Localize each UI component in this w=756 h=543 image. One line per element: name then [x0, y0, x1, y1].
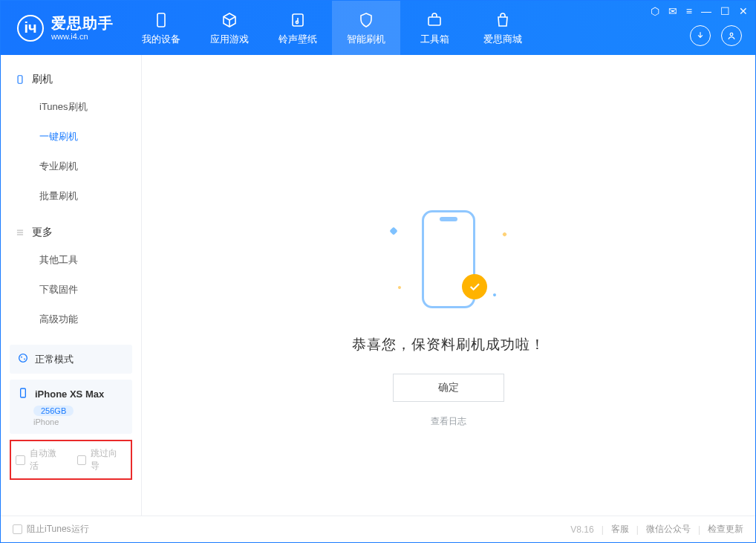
body: 刷机 iTunes刷机 一键刷机 专业刷机 批量刷机 更多 其他工具 下载固件 …	[1, 55, 755, 516]
maximize-button[interactable]: ☐	[720, 5, 730, 17]
logo: iч 爱思助手 www.i4.cn	[1, 1, 127, 55]
music-icon	[288, 10, 307, 30]
tab-store[interactable]: 爱思商城	[469, 1, 537, 55]
device-type: iPhone	[33, 417, 125, 426]
minimize-button[interactable]: ―	[701, 5, 711, 17]
link-check-update[interactable]: 检查更新	[708, 523, 743, 536]
app-name: 爱思助手	[51, 15, 114, 32]
titlebar: iч 爱思助手 www.i4.cn 我的设备 应用游戏 铃声壁纸 智能刷机	[1, 1, 755, 55]
checkbox-box	[77, 455, 87, 465]
mode-text: 正常模式	[35, 353, 74, 366]
app-url: www.i4.cn	[51, 32, 114, 42]
tab-label: 铃声壁纸	[278, 33, 317, 46]
checkbox-auto-activate[interactable]: 自动激活	[16, 447, 65, 472]
tab-label: 我的设备	[142, 33, 180, 46]
device-cards: 正常模式 iPhone XS Max 256GB iPhone	[10, 345, 132, 434]
tab-toolbox[interactable]: 工具箱	[400, 1, 469, 55]
mode-icon	[17, 352, 29, 366]
feedback-icon[interactable]: ✉	[668, 5, 677, 17]
checkbox-label: 跳过向导	[91, 447, 126, 472]
nav-item-download-firmware[interactable]: 下载固件	[1, 275, 141, 305]
svg-point-2	[296, 21, 298, 23]
tab-label: 智能刷机	[347, 33, 385, 46]
link-support[interactable]: 客服	[611, 523, 629, 536]
toolbox-icon	[425, 10, 444, 30]
bag-icon	[493, 10, 512, 30]
tab-my-device[interactable]: 我的设备	[127, 1, 195, 55]
mode-card[interactable]: 正常模式	[10, 345, 132, 374]
window-controls: ⬡ ✉ ≡ ― ☐ ✕	[651, 5, 748, 17]
menu-icon[interactable]: ≡	[686, 5, 692, 17]
logo-icon: iч	[17, 15, 44, 42]
tshirt-icon[interactable]: ⬡	[651, 5, 659, 17]
tab-label: 爱思商城	[483, 33, 522, 46]
cube-icon	[220, 10, 239, 30]
svg-point-4	[730, 33, 733, 36]
section-title: 刷机	[32, 73, 53, 86]
device-name: iPhone XS Max	[35, 388, 104, 400]
titlebar-actions	[690, 25, 742, 46]
tab-label: 工具箱	[420, 33, 449, 46]
check-badge-icon	[462, 274, 487, 299]
phone-icon	[151, 10, 171, 30]
ok-button[interactable]: 确定	[393, 374, 504, 402]
nav-item-other-tools[interactable]: 其他工具	[1, 245, 141, 275]
nav-item-advanced[interactable]: 高级功能	[1, 305, 141, 334]
svg-rect-3	[428, 17, 440, 25]
section-title: 更多	[32, 226, 53, 239]
success-illustration	[367, 200, 530, 319]
result-panel: 恭喜您，保资料刷机成功啦！ 确定 查看日志	[352, 200, 545, 428]
nav-item-one-click-flash[interactable]: 一键刷机	[1, 122, 141, 152]
nav-section-more: 更多	[1, 220, 141, 245]
checkbox-box	[16, 455, 25, 465]
tab-apps-games[interactable]: 应用游戏	[195, 1, 264, 55]
svg-rect-5	[18, 76, 22, 84]
nav-section-flash: 刷机	[1, 67, 141, 92]
shield-icon	[356, 10, 376, 30]
tab-smart-flash[interactable]: 智能刷机	[332, 1, 400, 55]
download-button[interactable]	[690, 25, 711, 46]
checkbox-skip-wizard[interactable]: 跳过向导	[77, 447, 127, 472]
sidebar-nav: 刷机 iTunes刷机 一键刷机 专业刷机 批量刷机 更多 其他工具 下载固件 …	[1, 55, 141, 334]
svg-rect-0	[157, 13, 165, 27]
device-capacity: 256GB	[33, 406, 74, 416]
nav-item-itunes-flash[interactable]: iTunes刷机	[1, 92, 141, 122]
statusbar: 阻止iTunes运行 V8.16 | 客服 | 微信公众号 | 检查更新	[1, 516, 755, 542]
list-icon	[14, 227, 26, 238]
checkbox-block-itunes[interactable]: 阻止iTunes运行	[13, 523, 89, 536]
app-window: iч 爱思助手 www.i4.cn 我的设备 应用游戏 铃声壁纸 智能刷机	[0, 0, 756, 543]
checkbox-label: 自动激活	[30, 447, 65, 472]
checkbox-label: 阻止iTunes运行	[27, 523, 89, 536]
device-icon	[17, 387, 29, 401]
checkbox-box	[13, 524, 22, 534]
device-card[interactable]: iPhone XS Max 256GB iPhone	[10, 380, 132, 434]
nav-item-pro-flash[interactable]: 专业刷机	[1, 152, 141, 181]
user-button[interactable]	[721, 25, 742, 46]
version-text: V8.16	[570, 524, 593, 535]
main-tabs: 我的设备 应用游戏 铃声壁纸 智能刷机 工具箱 爱思商城	[127, 1, 537, 55]
phone-small-icon	[14, 74, 26, 85]
view-log-link[interactable]: 查看日志	[431, 415, 466, 428]
result-message: 恭喜您，保资料刷机成功啦！	[352, 335, 545, 354]
tab-label: 应用游戏	[210, 33, 249, 46]
close-button[interactable]: ✕	[739, 5, 748, 17]
bottom-options-highlight: 自动激活 跳过向导	[10, 440, 132, 480]
main-content: 恭喜您，保资料刷机成功啦！ 确定 查看日志	[142, 55, 755, 516]
svg-rect-12	[21, 388, 26, 397]
svg-point-9	[19, 354, 27, 362]
sidebar: 刷机 iTunes刷机 一键刷机 专业刷机 批量刷机 更多 其他工具 下载固件 …	[1, 55, 142, 516]
tab-ringtones-wallpapers[interactable]: 铃声壁纸	[264, 1, 332, 55]
nav-item-batch-flash[interactable]: 批量刷机	[1, 181, 141, 211]
svg-point-10	[21, 357, 22, 358]
link-wechat[interactable]: 微信公众号	[646, 523, 691, 536]
svg-point-11	[24, 358, 25, 360]
